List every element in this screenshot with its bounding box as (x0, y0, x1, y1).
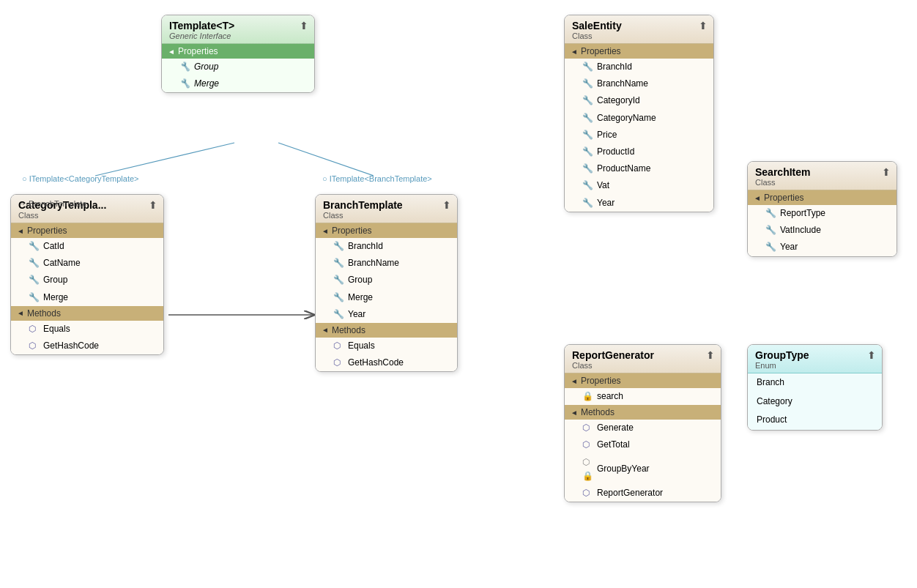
arrow-icon: ◄ (754, 194, 761, 202)
branch-prop-branchname: 🔧 BranchName (316, 255, 457, 272)
wrench-icon: 🔧 (333, 256, 344, 270)
branch-prop-merge: 🔧 Merge (316, 289, 457, 306)
sale-prop-productname: 🔧 ProductName (565, 160, 713, 177)
collapse-icon-itemplate[interactable]: ⬆ (300, 20, 308, 31)
card-saleentity-header: ⬆ SaleEntity Class (565, 15, 713, 44)
itemplate-props-header[interactable]: ◄ Properties (162, 44, 314, 59)
saleentity-props-header[interactable]: ◄ Properties (565, 44, 713, 59)
categorytemplate-subtitle: Class (18, 211, 156, 220)
wrench-icon: 🔧 (29, 239, 39, 253)
wrench-icon: 🔧 (582, 196, 593, 210)
grouptype-product: Product (748, 411, 882, 430)
categorytemplate-methods-header[interactable]: ◄ Methods (11, 306, 163, 321)
grouptype-subtitle: Enum (755, 361, 875, 370)
wrench-icon: 🔧 (333, 308, 344, 321)
wrench-icon: 🔧 (765, 206, 776, 220)
card-categorytemplate-header: ⬆ CategoryTempla... Class → BranchTempla… (11, 195, 163, 223)
rg-method-groupbyyear: ⬡🔒 GroupByYear (565, 454, 721, 485)
wrench-icon: 🔧 (582, 179, 593, 193)
card-reportgenerator: ⬆ ReportGenerator Class ◄ Properties 🔒 s… (564, 344, 721, 502)
wrench-icon: 🔧 (179, 60, 190, 74)
sale-prop-year: 🔧 Year (565, 195, 713, 212)
rg-method-reportgenerator: ⬡ ReportGenerator (565, 485, 721, 502)
diagram-canvas: ○ ITemplate<CategoryTemplate> ○ ITemplat… (0, 0, 917, 588)
branch-method-gethashcode: ⬡ GetHashCode (316, 354, 457, 371)
arrow-icon: ◄ (322, 227, 329, 235)
collapse-icon-saleentity[interactable]: ⬆ (699, 20, 708, 31)
arrow-icon: ◄ (571, 48, 578, 56)
rg-prop-search: 🔒 search (565, 388, 721, 405)
arrow-icon: ◄ (17, 227, 24, 235)
branchtemplate-methods-header[interactable]: ◄ Methods (316, 323, 457, 338)
reportgenerator-props-header[interactable]: ◄ Properties (565, 373, 721, 388)
card-saleentity: ⬆ SaleEntity Class ◄ Properties 🔧 Branch… (564, 15, 714, 212)
wrench-icon: 🔧 (582, 111, 593, 125)
wrench-icon: 🔧 (765, 223, 776, 237)
svg-line-3 (278, 143, 374, 176)
sale-prop-price: 🔧 Price (565, 127, 713, 144)
connector-label-category: ○ ITemplate<CategoryTemplate> (22, 174, 139, 183)
card-searchitem: ⬆ SearchItem Class ◄ Properties 🔧 Report… (747, 161, 897, 257)
wrench-icon: 🔧 (582, 77, 593, 91)
collapse-icon-reportgenerator[interactable]: ⬆ (706, 349, 715, 361)
card-branchtemplate-header: ⬆ BranchTemplate Class (316, 195, 457, 223)
wrench-icon: 🔧 (29, 273, 39, 287)
card-branchtemplate: ⬆ BranchTemplate Class ◄ Properties 🔧 Br… (315, 194, 458, 372)
categorytemplate-inheritance: → BranchTemplate (18, 199, 87, 208)
card-searchitem-header: ⬆ SearchItem Class (748, 162, 896, 190)
rg-method-gettotal: ⬡ GetTotal (565, 436, 721, 453)
cube-icon: ⬡ (582, 421, 593, 435)
cube-icon: ⬡ (29, 322, 39, 336)
reportgenerator-methods-header[interactable]: ◄ Methods (565, 405, 721, 420)
sale-prop-categoryname: 🔧 CategoryName (565, 110, 713, 127)
search-prop-reporttype: 🔧 ReportType (748, 205, 896, 222)
wrench-icon: 🔧 (179, 77, 190, 91)
categorytemplate-props-header[interactable]: ◄ Properties (11, 223, 163, 238)
wrench-icon: 🔧 (582, 94, 593, 108)
searchitem-subtitle: Class (755, 178, 889, 187)
cube-lock-icon: ⬡🔒 (582, 455, 593, 483)
itemplate-subtitle: Generic Interface (169, 31, 307, 40)
wrench-icon: 🔧 (765, 240, 776, 254)
cat-prop-catname: 🔧 CatName (11, 255, 163, 272)
sale-prop-vat: 🔧 Vat (565, 177, 713, 194)
cube-icon: ⬡ (333, 356, 344, 370)
branch-prop-group: 🔧 Group (316, 272, 457, 289)
cat-prop-merge: 🔧 Merge (11, 289, 163, 306)
grouptype-category: Category (748, 392, 882, 412)
wrench-icon: 🔧 (582, 162, 593, 176)
branch-prop-branchid: 🔧 BranchId (316, 238, 457, 255)
collapse-icon-grouptype[interactable]: ⬆ (867, 349, 876, 361)
rg-method-generate: ⬡ Generate (565, 420, 721, 436)
cube-icon: ⬡ (582, 438, 593, 452)
wrench-icon: 🔧 (29, 291, 39, 305)
wrench-lock-icon: 🔒 (582, 390, 593, 403)
itemplate-title: ITemplate<T> (169, 20, 307, 31)
collapse-icon-branchtemplate[interactable]: ⬆ (442, 199, 451, 211)
sale-prop-branchid: 🔧 BranchId (565, 59, 713, 75)
wrench-icon: 🔧 (29, 256, 39, 270)
wrench-icon: 🔧 (582, 128, 593, 142)
sale-prop-branchname: 🔧 BranchName (565, 75, 713, 92)
search-prop-vatinclude: 🔧 VatInclude (748, 222, 896, 239)
card-reportgenerator-header: ⬆ ReportGenerator Class (565, 345, 721, 373)
cat-method-gethashcode: ⬡ GetHashCode (11, 338, 163, 354)
card-itemplate-header: ⬆ ITemplate<T> Generic Interface (162, 15, 314, 44)
wrench-icon: 🔧 (333, 273, 344, 287)
arrow-icon: ◄ (571, 377, 578, 385)
saleentity-title: SaleEntity (572, 20, 706, 31)
grouptype-title: GroupType (755, 349, 875, 361)
connector-label-branch: ○ ITemplate<BranchTemplate> (322, 174, 432, 183)
searchitem-title: SearchItem (755, 166, 889, 178)
branchtemplate-subtitle: Class (323, 211, 450, 220)
svg-line-2 (95, 143, 234, 176)
arrow-icon: ◄ (322, 326, 329, 334)
card-categorytemplate: ⬆ CategoryTempla... Class → BranchTempla… (10, 194, 164, 355)
card-grouptype: ⬆ GroupType Enum Branch Category Product (747, 344, 883, 431)
collapse-icon-categorytemplate[interactable]: ⬆ (149, 199, 157, 211)
collapse-icon-searchitem[interactable]: ⬆ (882, 166, 891, 178)
searchitem-props-header[interactable]: ◄ Properties (748, 190, 896, 205)
branchtemplate-props-header[interactable]: ◄ Properties (316, 223, 457, 238)
itemplate-prop-group: 🔧 Group (162, 59, 314, 75)
wrench-icon: 🔧 (582, 145, 593, 159)
